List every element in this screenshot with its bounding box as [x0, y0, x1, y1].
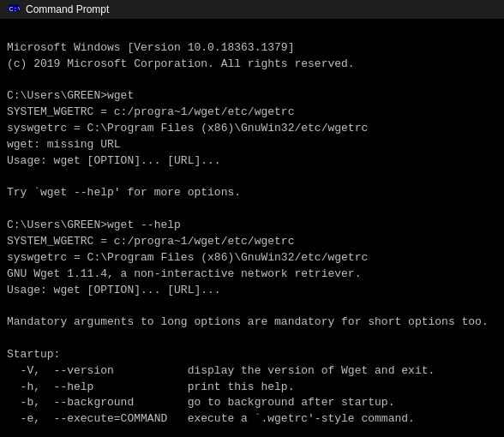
svg-text:C:\: C:\ [9, 5, 20, 13]
terminal-line: Microsoft Windows [Version 10.0.18363.13… [7, 40, 497, 57]
terminal-line: -h, --help print this help. [7, 380, 497, 396]
terminal-line: ​ [7, 73, 497, 89]
terminal-line: Mandatory arguments to long options are … [7, 314, 497, 331]
terminal-line: C:\Users\GREEN>wget --help [7, 218, 497, 234]
terminal-line: SYSTEM_WGETRC = c:/progra~1/wget/etc/wge… [7, 105, 497, 121]
terminal-window[interactable]: Microsoft Windows [Version 10.0.18363.13… [0, 19, 504, 437]
terminal-line: Usage: wget [OPTION]... [URL]... [7, 153, 497, 170]
terminal-line: Usage: wget [OPTION]... [URL]... [7, 283, 497, 299]
terminal-line: ​ [7, 201, 497, 218]
terminal-line: GNU Wget 1.11.4, a non-interactive netwo… [7, 266, 497, 283]
terminal-line: -V, --version display the version of Wge… [7, 363, 497, 380]
terminal-line: SYSTEM_WGETRC = c:/progra~1/wget/etc/wge… [7, 234, 497, 250]
terminal-line: syswgetrc = C:\Program Files (x86)\GnuWi… [7, 250, 497, 266]
terminal-line: ​ [7, 428, 497, 437]
terminal-line: wget: missing URL [7, 137, 497, 153]
cmd-icon: C:\ [7, 3, 21, 16]
terminal-line: C:\Users\GREEN>wget [7, 88, 497, 105]
title-bar-label: Command Prompt [26, 3, 109, 15]
terminal-line: ​ [7, 331, 497, 347]
terminal-line: Startup: [7, 347, 497, 363]
terminal-line: -b, --background go to background after … [7, 395, 497, 411]
terminal-line: ​ [7, 170, 497, 186]
terminal-line: Try `wget --help' for more options. [7, 185, 497, 201]
terminal-line: (c) 2019 Microsoft Corporation. All righ… [7, 57, 497, 73]
terminal-line: -e, --execute=COMMAND execute a `.wgetrc… [7, 411, 497, 428]
terminal-line: ​ [7, 298, 497, 314]
terminal-line: syswgetrc = C:\Program Files (x86)\GnuWi… [7, 121, 497, 137]
title-bar: C:\ Command Prompt [0, 0, 504, 19]
